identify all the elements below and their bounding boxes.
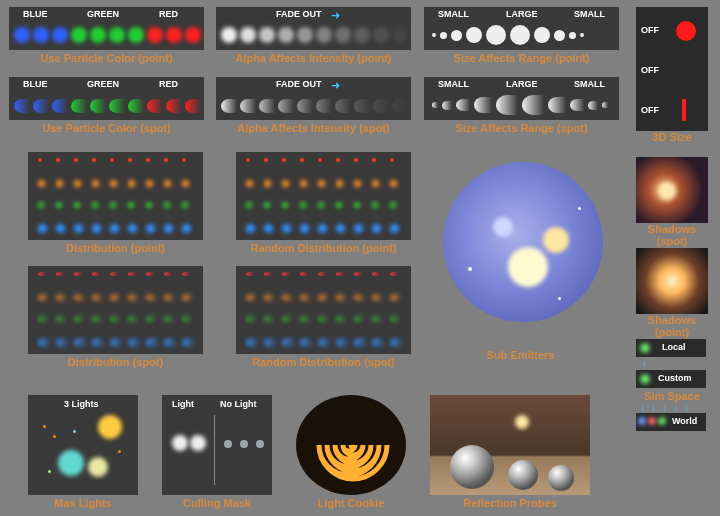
alpha-intensity-point: FADE OUT ➜ Alpha Affects Intensity (poin… [216, 7, 411, 64]
caption: Random Distribution (point) [236, 242, 411, 254]
caption: Alpha Affects Intensity (point) [216, 52, 411, 64]
sub-emitters: Sub Emitters [423, 152, 618, 361]
caption: Size Affects Range (point) [424, 52, 619, 64]
caption: Size Affects Range (spot) [424, 122, 619, 134]
caption: Sub Emitters [423, 349, 618, 361]
sim-space: Local ↑ Custom Sim Space ↓↓↓↓↓ World [636, 339, 708, 431]
caption: Alpha Affects Intensity (spot) [216, 122, 411, 134]
size-3d: OFF OFF OFF 3D Size [636, 7, 708, 143]
distribution-spot: 0 0.25 0.5 1 Distribution (spot) [28, 266, 203, 368]
caption: Max Lights [28, 497, 138, 509]
max-lights: 3 Lights Max Lights [28, 395, 138, 509]
small2-label: SMALL [574, 9, 605, 19]
caption: Culling Mask [162, 497, 272, 509]
distribution-point: 0 0.25 0.5 1 Distribution (point) [28, 152, 203, 254]
red-label: RED [159, 9, 178, 19]
shadows-point: Shadows (point) [636, 248, 708, 338]
arrow-icon: ➜ [331, 9, 340, 22]
caption: 3D Size [636, 131, 708, 143]
caption: Shadows (point) [636, 314, 708, 338]
caption: Distribution (spot) [28, 356, 203, 368]
large-label: LARGE [506, 9, 538, 19]
random-distribution-spot: 0 0.25 0.5 1 Random Distribution (spot) [236, 266, 411, 368]
caption: Distribution (point) [28, 242, 203, 254]
caption: Use Particle Color (spot) [9, 122, 204, 134]
reflection-probes: Reflection Probes [430, 395, 590, 509]
green-label: GREEN [87, 9, 119, 19]
alpha-intensity-spot: FADE OUT ➜ Alpha Affects Intensity (spot… [216, 77, 411, 134]
culling-mask: Light No Light Culling Mask [162, 395, 272, 509]
blue-label: BLUE [23, 9, 48, 19]
caption: Shadows (spot) [636, 223, 708, 247]
random-distribution-point: 0 0.25 0.5 1 Random Distribution (point) [236, 152, 411, 254]
shadows-spot: Shadows (spot) [636, 157, 708, 247]
arrow-icon: ➜ [331, 79, 340, 92]
caption: Light Cookie [296, 497, 406, 509]
size-range-spot: SMALL LARGE SMALL Size Affects Range (sp… [424, 77, 619, 134]
caption: Reflection Probes [430, 497, 590, 509]
caption: Sim Space [636, 390, 708, 402]
fade-label: FADE OUT [276, 9, 322, 19]
caption: Random Distribution (spot) [236, 356, 411, 368]
use-particle-color-point: BLUE GREEN RED Use Particle Color (point… [9, 7, 204, 64]
small1-label: SMALL [438, 9, 469, 19]
use-particle-color-spot: BLUE GREEN RED Use Particle Color (spot) [9, 77, 204, 134]
light-cookie: Light Cookie [296, 395, 406, 509]
size-range-point: SMALL LARGE SMALL Size Affects Range (po… [424, 7, 619, 64]
caption: Use Particle Color (point) [9, 52, 204, 64]
